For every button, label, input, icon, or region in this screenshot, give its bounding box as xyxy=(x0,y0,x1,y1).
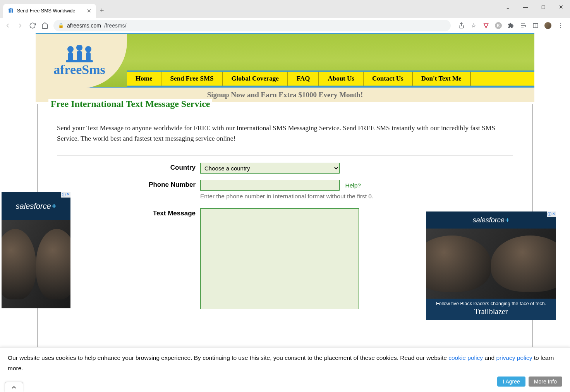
maximize-button[interactable]: □ xyxy=(534,4,552,10)
svg-point-13 xyxy=(76,45,82,51)
phone-input[interactable] xyxy=(200,180,340,191)
address-bar[interactable]: 🔒 afreesms.com/freesms/ xyxy=(53,20,451,31)
message-label: Text Message xyxy=(57,208,200,217)
reading-list-icon[interactable] xyxy=(520,22,527,29)
svg-rect-10 xyxy=(533,23,538,28)
share-icon[interactable] xyxy=(458,22,465,29)
mcafee-extension-icon[interactable]: ▽ xyxy=(482,22,489,29)
site-header: afreeSms Home Send Free SMS Global Cover… xyxy=(36,33,534,88)
browser-tab[interactable]: Send Free SMS Worldwide ✕ xyxy=(3,4,96,18)
nav-send-free-sms[interactable]: Send Free SMS xyxy=(161,72,223,86)
profile-avatar[interactable] xyxy=(544,22,551,29)
ad-image xyxy=(426,229,556,299)
adchoices-icon[interactable]: ⓘ✕ xyxy=(61,192,70,198)
svg-point-2 xyxy=(12,9,13,10)
country-select[interactable]: Choose a country xyxy=(200,163,340,174)
browser-titlebar: Send Free SMS Worldwide ✕ + ⌄ — □ ✕ xyxy=(0,0,570,18)
minimize-button[interactable]: — xyxy=(517,4,534,10)
new-tab-button[interactable]: + xyxy=(100,7,104,15)
toolbar-right-icons: ☆ ▽ K ⋮ xyxy=(455,22,566,29)
reload-button[interactable] xyxy=(29,22,36,29)
home-button[interactable] xyxy=(41,22,49,29)
back-button[interactable] xyxy=(4,22,12,29)
favicon-icon xyxy=(8,8,14,14)
intro-text: Send your Text Message to anyone worldwi… xyxy=(57,123,513,144)
phone-label: Phone Number xyxy=(57,180,200,189)
browser-toolbar: 🔒 afreesms.com/freesms/ ☆ ▽ K ⋮ xyxy=(0,18,570,33)
extension-k-icon[interactable]: K xyxy=(495,22,502,29)
forward-button[interactable] xyxy=(16,22,24,29)
phone-hint: Enter the phone number in International … xyxy=(200,193,373,200)
svg-point-0 xyxy=(9,9,10,10)
close-window-button[interactable]: ✕ xyxy=(552,4,570,10)
svg-rect-3 xyxy=(9,10,10,13)
page-viewport: afreeSms Home Send Free SMS Global Cover… xyxy=(0,33,570,349)
message-textarea[interactable] xyxy=(200,208,359,309)
adchoices-icon[interactable]: ⓘ✕ xyxy=(547,211,556,217)
extensions-icon[interactable] xyxy=(507,22,514,29)
cookie-consent-bar: Our website uses cookies to help enhance… xyxy=(0,347,570,349)
url-host: afreesms.com xyxy=(67,22,101,29)
main-nav: Home Send Free SMS Global Coverage FAQ A… xyxy=(127,70,534,87)
help-link[interactable]: Help? xyxy=(345,182,361,189)
site-logo[interactable]: afreeSms xyxy=(36,34,127,88)
svg-rect-5 xyxy=(12,10,13,13)
menu-icon[interactable]: ⋮ xyxy=(557,22,564,29)
ad-sidebar-right[interactable]: ⓘ✕ salesforce+ Follow five Black leaders… xyxy=(426,211,556,320)
svg-point-14 xyxy=(85,46,91,52)
svg-point-12 xyxy=(67,46,74,52)
tab-title: Send Free SMS Worldwide xyxy=(17,8,76,14)
side-panel-icon[interactable] xyxy=(532,22,539,29)
close-tab-icon[interactable]: ✕ xyxy=(87,8,91,14)
logo-people-icon xyxy=(62,45,97,63)
window-controls: ⌄ — □ ✕ xyxy=(499,0,570,14)
nav-home[interactable]: Home xyxy=(127,72,161,86)
lock-icon: 🔒 xyxy=(58,23,64,28)
svg-rect-4 xyxy=(10,10,12,13)
nav-about-us[interactable]: About Us xyxy=(319,72,364,86)
country-label: Country xyxy=(57,163,200,172)
url-path: /freesms/ xyxy=(104,22,127,29)
svg-rect-16 xyxy=(77,51,82,62)
ad-image xyxy=(2,220,70,308)
nav-global-coverage[interactable]: Global Coverage xyxy=(223,72,288,86)
nav-faq[interactable]: FAQ xyxy=(288,72,319,86)
bookmark-icon[interactable]: ☆ xyxy=(470,22,477,29)
nav-contact-us[interactable]: Contact Us xyxy=(364,72,413,86)
nav-dont-text-me[interactable]: Don't Text Me xyxy=(413,72,471,86)
page-title: Free International Text Message Service xyxy=(48,99,212,109)
tab-search-icon[interactable]: ⌄ xyxy=(499,3,517,11)
ad-sidebar-left[interactable]: ⓘ✕ salesforce+ xyxy=(2,192,70,308)
svg-point-1 xyxy=(10,8,12,10)
